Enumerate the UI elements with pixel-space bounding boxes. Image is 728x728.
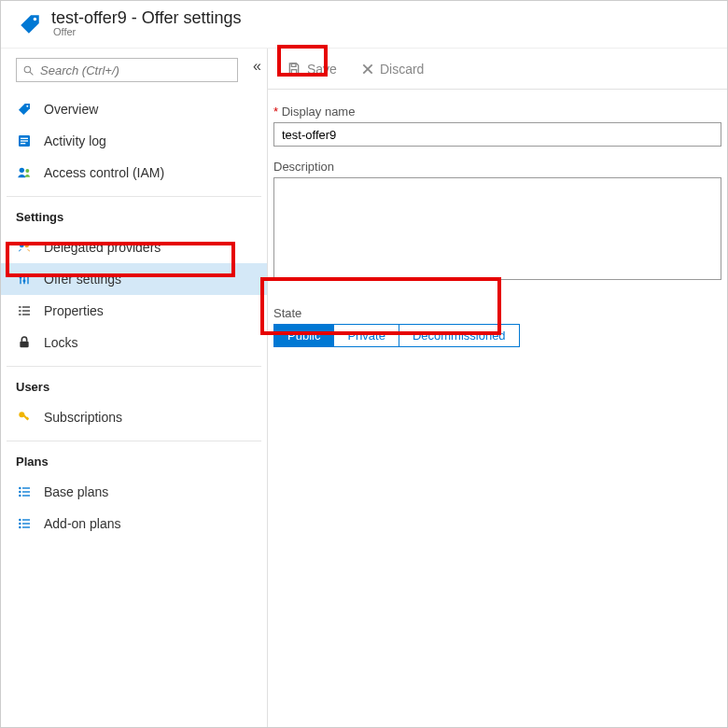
svg-point-0 — [34, 18, 36, 21]
properties-icon — [16, 303, 33, 318]
svg-rect-40 — [291, 63, 296, 66]
tag-icon — [16, 102, 33, 117]
sidebar-item-label: Access control (IAM) — [44, 165, 164, 180]
nav-users: Subscriptions — [1, 401, 267, 433]
state-option-public[interactable]: Public — [274, 325, 334, 346]
close-icon — [361, 63, 374, 76]
sidebar-item-access-control[interactable]: Access control (IAM) — [1, 157, 267, 189]
sidebar-item-label: Overview — [44, 102, 98, 117]
displayname-input[interactable] — [273, 122, 721, 147]
field-description: Description — [273, 160, 721, 284]
sidebar-item-label: Delegated providers — [44, 240, 161, 255]
section-settings-label: Settings — [1, 197, 267, 231]
list-icon — [16, 484, 33, 499]
svg-rect-22 — [19, 314, 21, 315]
sidebar-item-overview[interactable]: Overview — [1, 93, 267, 125]
sidebar-item-label: Locks — [44, 335, 78, 350]
svg-point-3 — [26, 105, 28, 107]
svg-point-34 — [19, 519, 21, 521]
sidebar-item-label: Base plans — [44, 484, 108, 499]
svg-point-30 — [19, 491, 21, 493]
nav-settings: Delegated providers Offer settings Prope… — [1, 231, 267, 358]
sidebar-item-locks[interactable]: Locks — [1, 327, 267, 358]
save-button-label: Save — [307, 62, 337, 77]
key-icon — [16, 410, 33, 425]
sidebar-item-addon-plans[interactable]: Add-on plans — [1, 508, 267, 539]
svg-rect-6 — [21, 140, 28, 141]
svg-line-2 — [30, 72, 33, 75]
svg-rect-33 — [22, 495, 30, 496]
activity-log-icon — [16, 133, 33, 148]
state-option-private[interactable]: Private — [334, 325, 399, 346]
save-button[interactable]: Save — [277, 58, 346, 80]
discard-button-label: Discard — [380, 62, 424, 77]
svg-rect-24 — [20, 342, 28, 348]
search-input[interactable] — [40, 63, 231, 77]
svg-rect-5 — [21, 138, 28, 139]
svg-point-25 — [19, 412, 24, 417]
nav-top: Overview Activity log Access control (IA… — [1, 93, 267, 189]
svg-point-10 — [20, 244, 24, 248]
svg-point-15 — [20, 276, 22, 279]
field-displayname: Display name — [273, 105, 721, 147]
svg-rect-19 — [22, 306, 30, 307]
list-icon — [16, 516, 33, 531]
sidebar-item-offer-settings[interactable]: Offer settings — [1, 263, 267, 295]
section-users-label: Users — [1, 367, 267, 401]
svg-rect-29 — [22, 487, 30, 488]
save-icon — [287, 62, 301, 77]
svg-rect-41 — [291, 69, 296, 74]
sidebar-item-subscriptions[interactable]: Subscriptions — [1, 401, 267, 433]
sidebar-item-delegated-providers[interactable]: Delegated providers — [1, 231, 267, 263]
svg-rect-35 — [22, 519, 30, 520]
svg-point-1 — [24, 66, 31, 73]
form: Display name Description State Public Pr… — [268, 90, 727, 362]
sidebar-item-base-plans[interactable]: Base plans — [1, 476, 267, 508]
sidebar-item-label: Offer settings — [44, 272, 121, 287]
discard-button[interactable]: Discard — [352, 58, 433, 80]
svg-rect-20 — [19, 310, 21, 311]
svg-point-17 — [27, 274, 30, 277]
svg-rect-23 — [22, 314, 30, 315]
page-title: test-offer9 - Offer settings — [51, 8, 241, 28]
svg-rect-18 — [19, 306, 21, 307]
lock-icon — [16, 335, 33, 350]
svg-point-32 — [19, 495, 21, 497]
svg-rect-37 — [22, 523, 30, 524]
section-plans-label: Plans — [1, 441, 267, 476]
svg-rect-21 — [22, 310, 30, 311]
search-input-wrap[interactable] — [16, 58, 238, 82]
offer-tag-icon — [18, 12, 42, 40]
description-label: Description — [273, 160, 721, 174]
sidebar-item-properties[interactable]: Properties — [1, 295, 267, 327]
nav-plans: Base plans Add-on plans — [1, 476, 267, 539]
state-label: State — [273, 306, 721, 320]
sliders-icon — [16, 272, 33, 287]
sidebar-item-label: Add-on plans — [44, 516, 121, 531]
sidebar-item-activity-log[interactable]: Activity log — [1, 125, 267, 157]
svg-point-16 — [23, 280, 26, 283]
svg-point-11 — [24, 244, 29, 248]
svg-point-8 — [20, 168, 24, 173]
providers-icon — [16, 240, 33, 255]
sidebar: « Overview Activity log Access control (… — [1, 49, 268, 728]
displayname-label: Display name — [273, 105, 721, 119]
sidebar-item-label: Subscriptions — [44, 410, 122, 425]
svg-rect-31 — [22, 491, 30, 492]
collapse-sidebar-button[interactable]: « — [253, 58, 261, 75]
page-subtitle: Offer — [53, 26, 241, 37]
field-state: State Public Private Decommissioned — [273, 306, 721, 347]
svg-rect-39 — [22, 526, 30, 527]
content-pane: Save Discard Display name Description St… — [268, 49, 727, 728]
state-option-decommissioned[interactable]: Decommissioned — [399, 325, 519, 346]
sidebar-item-label: Properties — [44, 303, 104, 318]
state-toggle-group: Public Private Decommissioned — [273, 324, 520, 347]
header-text: test-offer9 - Offer settings Offer — [51, 8, 241, 37]
svg-point-36 — [19, 523, 21, 525]
search-icon — [22, 64, 35, 77]
blade-header: test-offer9 - Offer settings Offer — [1, 1, 727, 49]
description-textarea[interactable] — [273, 177, 721, 280]
toolbar: Save Discard — [268, 49, 727, 90]
svg-point-9 — [25, 169, 29, 173]
svg-point-28 — [19, 487, 21, 489]
